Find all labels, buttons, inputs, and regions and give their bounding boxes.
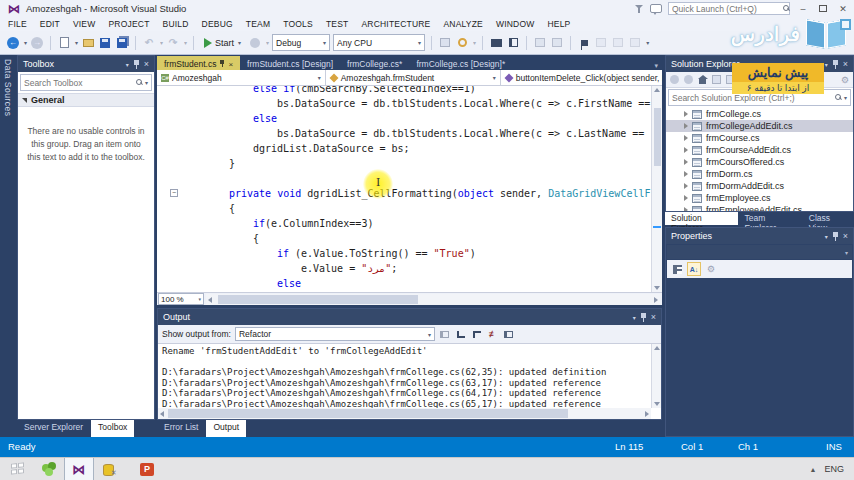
uncomment-button[interactable] xyxy=(550,35,564,51)
solution-platform-combo[interactable]: Any CPU▾ xyxy=(333,34,425,51)
solution-explorer-pin-icon[interactable] xyxy=(833,60,838,69)
clear-bookmarks-button[interactable] xyxy=(628,35,642,51)
se-back-icon[interactable] xyxy=(670,75,679,84)
tab-pin-icon[interactable] xyxy=(220,60,224,68)
output-pin-icon[interactable] xyxy=(641,313,646,322)
se-properties-icon[interactable]: ⚙ xyxy=(841,75,849,85)
doc-tab[interactable]: frmCollege.cs [Design]* xyxy=(409,56,512,70)
output-close-icon[interactable]: × xyxy=(651,313,656,322)
navigate-forward-button[interactable]: → xyxy=(30,35,44,51)
navigate-back-button[interactable]: ← xyxy=(6,35,20,51)
editor-hscroll-thumb[interactable] xyxy=(218,295,418,304)
taskbar-app-green[interactable] xyxy=(34,458,64,480)
output-source-combo[interactable]: Refactor ▾ xyxy=(235,327,435,341)
expand-arrow-icon[interactable] xyxy=(684,171,688,177)
categorized-icon[interactable] xyxy=(670,262,684,276)
taskbar-visual-studio[interactable]: ⋈ xyxy=(64,458,94,480)
tab-close-icon[interactable]: × xyxy=(228,60,233,69)
next-message-icon[interactable] xyxy=(471,329,483,340)
menu-analyze[interactable]: ANALYZE xyxy=(443,19,483,29)
redo-button[interactable]: ↷ xyxy=(166,35,180,51)
toolbox-pin-icon[interactable] xyxy=(134,60,139,69)
output-vertical-scrollbar[interactable] xyxy=(651,344,661,408)
code-line[interactable]: else xyxy=(181,111,650,126)
hot-reload-button[interactable] xyxy=(248,35,262,51)
expand-arrow-icon[interactable] xyxy=(684,111,688,117)
type-dropdown[interactable]: Amozeshgah.frmStudent ▾ xyxy=(326,70,501,85)
menu-debug[interactable]: DEBUG xyxy=(202,19,233,29)
tree-item[interactable]: frmCourseAddEdit.cs xyxy=(666,144,853,156)
panel-tab-output[interactable]: Output xyxy=(206,420,246,437)
code-line[interactable]: bs.DataSource = db.tblStudents.Local.Whe… xyxy=(181,126,650,141)
menu-window[interactable]: WINDOW xyxy=(496,19,535,29)
doc-tab[interactable]: frmCollege.cs* xyxy=(340,56,409,70)
solution-explorer-menu-icon[interactable]: ▾ xyxy=(825,61,828,68)
code-line[interactable]: else if(cmbSearchBy.SelectedIndex==1) xyxy=(181,86,650,96)
start-button[interactable] xyxy=(0,458,34,480)
new-file-button[interactable] xyxy=(57,35,71,51)
collapse-all-icon[interactable] xyxy=(712,75,721,84)
output-content[interactable]: Rename 'frmStudentAddEdit' to 'frmColleg… xyxy=(158,344,661,408)
taskbar-powerpoint[interactable]: P xyxy=(132,458,162,480)
code-line[interactable]: } xyxy=(181,156,650,171)
bookmark-button[interactable] xyxy=(577,35,591,51)
tree-item[interactable]: frmDormAddEdit.cs xyxy=(666,180,853,192)
tree-item[interactable]: frmCourse.cs xyxy=(666,132,853,144)
menu-help[interactable]: HELP xyxy=(547,19,570,29)
taskbar-sql-management[interactable] xyxy=(94,458,124,480)
save-button[interactable] xyxy=(98,35,112,51)
solution-explorer-toolbar-icon[interactable] xyxy=(489,35,503,51)
solution-search-input[interactable] xyxy=(672,93,835,103)
properties-menu-icon[interactable]: ▾ xyxy=(825,233,828,240)
notifications-filter-icon[interactable] xyxy=(635,4,644,13)
minimize-button[interactable]: – xyxy=(796,4,810,14)
property-pages-icon[interactable]: ⚙ xyxy=(704,262,718,276)
member-dropdown[interactable]: buttonItemDelete_Click(object sender, Ev… xyxy=(501,70,662,85)
code-line[interactable]: if (e.Value.ToString() == "True") xyxy=(181,246,650,261)
menu-view[interactable]: VIEW xyxy=(73,19,96,29)
alphabetical-sort-icon[interactable]: A↓ xyxy=(687,262,701,276)
expand-arrow-icon[interactable] xyxy=(684,135,688,141)
undo-dropdown-icon[interactable]: ▾ xyxy=(160,39,163,46)
menu-file[interactable]: FILE xyxy=(8,19,27,29)
panel-tab-error-list[interactable]: Error List xyxy=(157,420,205,437)
code-line[interactable]: { xyxy=(181,201,650,216)
goto-source-icon[interactable] xyxy=(439,329,451,340)
undo-button[interactable]: ↶ xyxy=(142,35,156,51)
quick-launch-input[interactable] xyxy=(672,4,783,14)
toggle-word-wrap-icon[interactable] xyxy=(503,329,515,340)
attach-button[interactable] xyxy=(438,35,452,51)
code-line[interactable]: e.Value = "مرد"; xyxy=(181,261,650,276)
language-indicator[interactable]: ENG xyxy=(824,464,844,474)
save-all-button[interactable] xyxy=(115,35,129,51)
code-line[interactable]: e.Value = "زن"; xyxy=(181,291,650,292)
doc-tab[interactable]: frmStudent.cs× xyxy=(157,56,240,70)
next-bookmark-button[interactable] xyxy=(611,35,625,51)
solution-explorer-close-icon[interactable]: × xyxy=(843,60,848,69)
code-line[interactable]: dgridList.DataSource = bs; xyxy=(181,141,650,156)
tree-item[interactable]: frmEmployeeAddEdit.cs xyxy=(666,204,853,212)
code-line[interactable] xyxy=(181,171,650,186)
close-button[interactable]: ✕ xyxy=(836,4,850,14)
tab-overflow-icon[interactable]: ▾ xyxy=(650,62,662,70)
expand-arrow-icon[interactable] xyxy=(684,123,688,129)
properties-window-toolbar-icon[interactable] xyxy=(506,35,520,51)
new-file-dropdown-icon[interactable]: ▾ xyxy=(75,39,78,46)
properties-close-icon[interactable]: × xyxy=(843,232,848,241)
panel-tab-server-explorer[interactable]: Server Explorer xyxy=(17,420,90,437)
expand-arrow-icon[interactable] xyxy=(684,147,688,153)
code-line[interactable]: else xyxy=(181,276,650,291)
menu-tools[interactable]: TOOLS xyxy=(283,19,313,29)
code-line[interactable]: if(e.ColumnIndex==3) xyxy=(181,216,650,231)
properties-pin-icon[interactable] xyxy=(833,232,838,241)
data-sources-tab[interactable]: Data Sources xyxy=(3,59,13,117)
prev-bookmark-button[interactable] xyxy=(594,35,608,51)
toolbox-menu-icon[interactable]: ▾ xyxy=(126,61,129,68)
expand-arrow-icon[interactable] xyxy=(684,195,688,201)
toolbox-search-box[interactable]: ▾ xyxy=(20,74,152,91)
code-line[interactable]: private void dgridList_CellFormatting(ob… xyxy=(181,186,650,201)
code-editor[interactable]: else if(cmbSearchBy.SelectedIndex==1)bs.… xyxy=(157,86,662,292)
start-debug-button[interactable]: Start ▾ xyxy=(200,34,245,52)
home-icon[interactable] xyxy=(698,75,707,84)
menu-build[interactable]: BUILD xyxy=(163,19,189,29)
